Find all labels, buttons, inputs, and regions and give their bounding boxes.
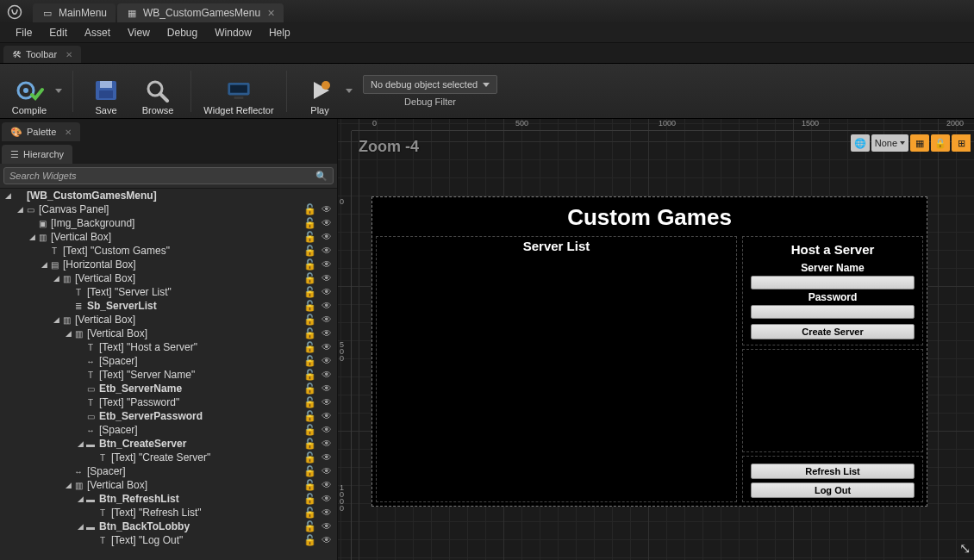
tree-row[interactable]: ↔[Spacer]🔓👁: [0, 354, 337, 368]
unlock-icon[interactable]: 🔓: [303, 465, 316, 477]
menu-file[interactable]: File: [7, 24, 41, 41]
unlock-icon[interactable]: 🔓: [303, 355, 316, 367]
eye-icon[interactable]: 👁: [322, 493, 332, 505]
tree-row[interactable]: T[Text] "Log Out"🔓👁: [0, 533, 337, 547]
search-input[interactable]: Search Widgets 🔍: [3, 167, 334, 184]
tree-row[interactable]: ↔[Spacer]🔓👁: [0, 464, 337, 478]
unlock-icon[interactable]: 🔓: [303, 217, 316, 229]
menu-edit[interactable]: Edit: [41, 24, 76, 41]
eye-icon[interactable]: 👁: [322, 286, 332, 298]
resize-handle-icon[interactable]: ⤡: [959, 540, 971, 557]
expand-arrow-icon[interactable]: ◢: [76, 522, 84, 531]
play-dropdown[interactable]: [344, 65, 354, 117]
eye-icon[interactable]: 👁: [322, 479, 332, 491]
eye-icon[interactable]: 👁: [322, 438, 332, 450]
unlock-icon[interactable]: 🔓: [303, 231, 316, 243]
eye-icon[interactable]: 👁: [322, 355, 332, 367]
tree-row[interactable]: ◢▥[Vertical Box]🔓👁: [0, 271, 337, 285]
unlock-icon[interactable]: 🔓: [303, 300, 316, 312]
password-input[interactable]: [751, 305, 915, 319]
eye-icon[interactable]: 👁: [322, 424, 332, 436]
tree-row[interactable]: T[Text] "Password"🔓👁: [0, 395, 337, 409]
hierarchy-tab[interactable]: ☰ Hierarchy: [2, 145, 72, 164]
eye-icon[interactable]: 👁: [322, 396, 332, 408]
tree-row[interactable]: ◢▤[Horizontal Box]🔓👁: [0, 258, 337, 271]
tree-row[interactable]: ◢▬Btn_RefreshList🔓👁: [0, 492, 337, 506]
unlock-icon[interactable]: 🔓: [303, 272, 316, 284]
tree-row[interactable]: ≣Sb_ServerList🔓👁: [0, 299, 337, 313]
hierarchy-tree[interactable]: ◢[WB_CustomGamesMenu]◢▭[Canvas Panel]🔓👁▣…: [0, 189, 337, 560]
tree-row[interactable]: ◢▥[Vertical Box]🔓👁: [0, 327, 337, 340]
unlock-icon[interactable]: 🔓: [303, 341, 316, 353]
tree-row[interactable]: ▭Etb_ServerPassword🔓👁: [0, 409, 337, 423]
unlock-icon[interactable]: 🔓: [303, 520, 316, 532]
menu-asset[interactable]: Asset: [76, 24, 119, 41]
tree-row[interactable]: T[Text] "Refresh List"🔓👁: [0, 506, 337, 520]
tree-row[interactable]: T[Text] "Server Name"🔓👁: [0, 368, 337, 382]
eye-icon[interactable]: 👁: [322, 314, 332, 326]
eye-icon[interactable]: 👁: [322, 217, 332, 229]
toolbar-tab[interactable]: 🛠 Toolbar ✕: [3, 46, 81, 63]
unlock-icon[interactable]: 🔓: [303, 410, 316, 422]
tree-row[interactable]: ◢▬Btn_CreateServer🔓👁: [0, 437, 337, 451]
eye-icon[interactable]: 👁: [322, 327, 332, 339]
tree-row[interactable]: ◢▬Btn_BackToLobby🔓👁: [0, 520, 337, 533]
server-name-input[interactable]: [751, 276, 915, 289]
tree-row[interactable]: ◢▥[Vertical Box]🔓👁: [0, 313, 337, 327]
eye-icon[interactable]: 👁: [322, 300, 332, 312]
tree-row[interactable]: ◢[WB_CustomGamesMenu]: [0, 189, 337, 202]
unlock-icon[interactable]: 🔓: [303, 327, 316, 339]
expand-arrow-icon[interactable]: ◢: [3, 191, 12, 200]
unlock-icon[interactable]: 🔓: [303, 451, 316, 464]
eye-icon[interactable]: 👁: [322, 245, 332, 257]
lock-toggle[interactable]: 🔒: [931, 134, 950, 152]
unlock-icon[interactable]: 🔓: [303, 396, 316, 408]
close-icon[interactable]: ✕: [65, 128, 72, 137]
create-server-button[interactable]: Create Server: [751, 324, 915, 339]
localization-button[interactable]: 🌐: [851, 134, 870, 152]
tree-row[interactable]: ◢▥[Vertical Box]🔓👁: [0, 478, 337, 492]
tree-row[interactable]: ◢▭[Canvas Panel]🔓👁: [0, 202, 337, 216]
save-button[interactable]: Save: [82, 65, 130, 117]
play-button[interactable]: Play: [296, 65, 344, 117]
tree-row[interactable]: ▣[Img_Background]🔓👁: [0, 216, 337, 230]
expand-arrow-icon[interactable]: ◢: [28, 233, 36, 241]
unlock-icon[interactable]: 🔓: [303, 286, 316, 298]
tree-row[interactable]: T[Text] "Host a Server"🔓👁: [0, 340, 337, 354]
canvas-preview[interactable]: Custom Games Server List Host a Server S…: [371, 196, 927, 507]
tree-row[interactable]: ◢▥[Vertical Box]🔓👁: [0, 230, 337, 244]
menu-view[interactable]: View: [119, 24, 159, 41]
eye-icon[interactable]: 👁: [322, 410, 332, 422]
editor-tab-customgames[interactable]: ▦ WB_CustomGamesMenu ✕: [117, 3, 284, 22]
eye-icon[interactable]: 👁: [322, 451, 332, 464]
expand-arrow-icon[interactable]: ◢: [64, 481, 72, 489]
menu-debug[interactable]: Debug: [159, 24, 206, 41]
eye-icon[interactable]: 👁: [322, 369, 332, 381]
unlock-icon[interactable]: 🔓: [303, 369, 316, 381]
expand-arrow-icon[interactable]: ◢: [76, 495, 84, 503]
tree-row[interactable]: ▭Etb_ServerName🔓👁: [0, 382, 337, 395]
designer-viewport[interactable]: 0 500 1000 1500 2000 0 500 1000 Zoom -4 …: [338, 119, 974, 560]
layout-transform-toggle[interactable]: ⊞: [952, 134, 971, 152]
expand-arrow-icon[interactable]: ◢: [40, 260, 48, 269]
unlock-icon[interactable]: 🔓: [303, 314, 316, 326]
editor-tab-mainmenu[interactable]: ▭ MainMenu: [33, 3, 116, 22]
close-icon[interactable]: ✕: [267, 8, 275, 19]
close-icon[interactable]: ✕: [66, 50, 72, 59]
eye-icon[interactable]: 👁: [322, 341, 332, 353]
tree-row[interactable]: T[Text] "Create Server"🔓👁: [0, 451, 337, 464]
unlock-icon[interactable]: 🔓: [303, 438, 316, 450]
unlock-icon[interactable]: 🔓: [303, 245, 316, 257]
unlock-icon[interactable]: 🔓: [303, 203, 316, 215]
menu-window[interactable]: Window: [206, 24, 260, 41]
unlock-icon[interactable]: 🔓: [303, 258, 316, 271]
unlock-icon[interactable]: 🔓: [303, 493, 316, 505]
tree-row[interactable]: ↔[Spacer]🔓👁: [0, 423, 337, 437]
expand-arrow-icon[interactable]: ◢: [64, 329, 72, 338]
unlock-icon[interactable]: 🔓: [303, 534, 316, 546]
expand-arrow-icon[interactable]: ◢: [52, 315, 60, 324]
eye-icon[interactable]: 👁: [322, 507, 332, 519]
unlock-icon[interactable]: 🔓: [303, 479, 316, 491]
widget-reflector-button[interactable]: Widget Reflector: [200, 65, 278, 117]
browse-button[interactable]: Browse: [134, 65, 182, 117]
